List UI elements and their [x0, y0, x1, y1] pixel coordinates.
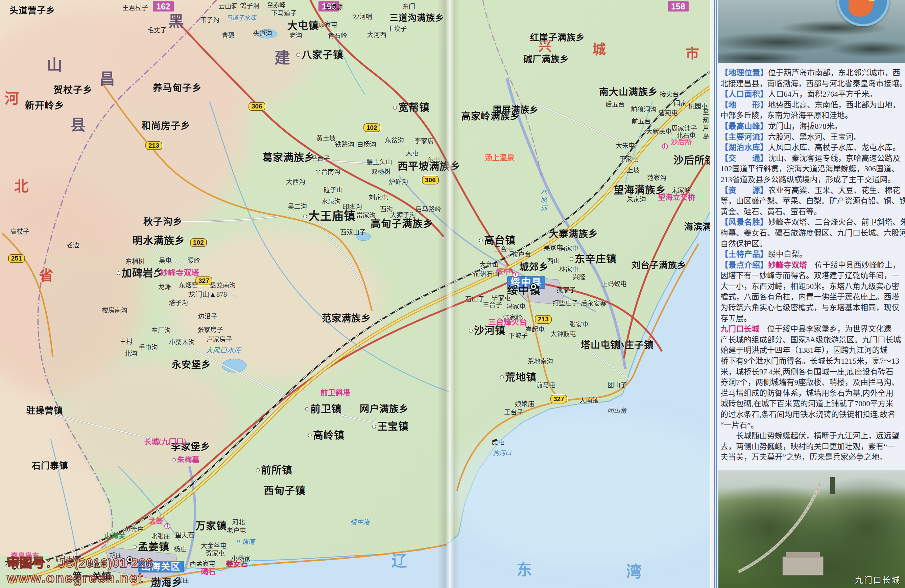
map-label-vil: 后五台: [605, 101, 625, 108]
map-label-poi: 妙峰寺双塔: [160, 269, 199, 277]
great-wall-photo: 九门口长城: [718, 471, 905, 588]
town-marker: [530, 283, 537, 290]
info-line: 自然保护区。: [721, 239, 902, 249]
map-label-townL: 碱厂满族乡: [523, 55, 569, 64]
map-label-vil: 楼房南沟: [102, 307, 127, 314]
map-label-vil: 老户屯: [227, 528, 246, 534]
map-label-vil: 毛丈子: [148, 27, 167, 34]
map-label-water: 绥中港: [350, 519, 370, 526]
map-label-vil: 前五台: [632, 118, 651, 125]
map-label-vil: 三合屯: [494, 246, 513, 253]
info-line: 米，城桥长97.4米,两侧各有围城一座,底座设有砖石: [721, 367, 902, 377]
village-dot-icon: [570, 257, 573, 261]
map-label-vil: 大南铺: [580, 397, 599, 404]
map-label-vil: 前狼洞沟: [631, 106, 657, 113]
map-label-vil: 前矾石山: [474, 271, 499, 277]
info-line: 始建于明洪武十四年（1381年），因跨九江河的城: [721, 345, 902, 356]
town-marker: [662, 143, 668, 149]
map-label-vil: 贺家屯: [206, 550, 225, 557]
map-label-vil: 张安屯: [569, 322, 589, 328]
village-dot-icon: [133, 545, 137, 549]
map-label-vil: 黄金庄: [124, 526, 144, 533]
info-line: 夫当关，万夫莫开”之势，历来是兵家必争之地。: [721, 452, 902, 463]
map-label-townL: 大王庙镇: [308, 210, 356, 222]
town-marker: [513, 272, 519, 278]
map-label-vil: 大台山: [479, 262, 499, 268]
map-label-vil: 后永安寨: [581, 300, 607, 307]
map-label-vil: 双杨树: [371, 169, 391, 175]
map-label-dir: 至赤峰: [267, 2, 285, 8]
map-label-vil: 娘娘庙: [515, 401, 534, 407]
map-label-vil: 荒地南沟: [527, 358, 553, 365]
info-line: 产长城的组成部分、国家3A级旅游景区。九门口长城: [721, 334, 902, 346]
info-line: “一片石”。: [721, 420, 902, 431]
map-label-vil: 大金丝屯: [201, 543, 227, 550]
map-label-stn: 沙后所: [671, 138, 692, 146]
map-approval-number: 审图号：JS(2016)01-226: [7, 556, 153, 570]
map-label-vil: 大钟鼓屯: [550, 331, 576, 338]
map-label-vil: 吴二沟: [288, 203, 307, 210]
map-label-townL: 孟姜镇: [138, 541, 169, 552]
map-label-dir: 至葫芦岛: [702, 109, 708, 141]
map-label-vil: 龙滩: [158, 284, 171, 291]
map-label-vil: 小杨家: [231, 556, 251, 562]
village-dot-icon: [155, 271, 159, 275]
map-label-vil: 望夫石: [175, 532, 194, 539]
map-label-townL: 沙后所镇: [673, 155, 710, 166]
sea-photo: [718, 0, 905, 63]
map-label-vil: 铁路沟: [335, 141, 354, 148]
map-label-vil: 闻家: [674, 100, 687, 107]
map-label-vil: 上坡: [627, 167, 640, 174]
map-label-vil: 接火台: [660, 91, 679, 98]
village-dot-icon: [479, 239, 483, 242]
map-label-vil: 王台子: [504, 409, 523, 416]
info-line: 北接建昌县，南临渤海，西部与河北省秦皇岛市接壤。: [721, 78, 902, 89]
map-label-townL: 八家子镇: [302, 49, 343, 60]
map-label-vil: 西山: [547, 258, 560, 265]
map-label-townL: 宽帮镇: [398, 102, 430, 113]
info-line: 【风景名胜】妙峰寺双塔、三台烽火台、前卫斜塔、朱: [721, 217, 902, 228]
map-label-dir: 至凌源: [324, 4, 343, 11]
map-label-townL: 东辛庄镇: [575, 254, 617, 264]
map-label-stn: 孟姜: [149, 517, 163, 525]
map-label-vil: 王村: [120, 339, 133, 346]
map-label-vil: 后马路岭: [416, 206, 441, 213]
map-label-vil: 兴隆: [573, 274, 586, 281]
map-label-vil: 唐家屯: [559, 245, 578, 252]
map-label-vil: 杨庄: [174, 546, 187, 553]
map-label-reg: 县: [70, 117, 86, 133]
map-label-vil: 东岔沟: [385, 137, 404, 144]
map-label-vil: 苇子沟: [200, 17, 219, 24]
info-line: 【土特产品】绥中白梨。: [721, 249, 902, 260]
map-label-water: 止锚湾: [235, 539, 254, 545]
map-label-vil: 桃园屯: [688, 103, 708, 110]
map-label-vil: 东烟窑: [179, 282, 198, 289]
info-line: 213省道及县乡公路纵横境内，形成了主干交通网。: [721, 174, 902, 185]
map-label-poi: 前卫斜塔: [321, 388, 350, 396]
map-label-vil: 崔起屯: [526, 326, 545, 333]
map-label-reg: 昌: [99, 71, 115, 87]
map-label-townL: 贺杖子乡: [53, 85, 93, 95]
map-label-vil: 王君杖子: [122, 5, 148, 11]
map-label-water: 大风口水库: [206, 347, 241, 354]
info-line: 的过水条石,条石间均用铁水浇铸的铁锭相扣连,故名: [721, 409, 902, 420]
info-line: 【湖泊水库】大风口水库、高杖子水库、龙屯水库。: [721, 142, 902, 153]
map-label-vil: 头道沟: [253, 30, 272, 37]
map-label-vil: 上蚂蚁屯: [601, 281, 627, 288]
map-canvas: 黑建山昌县河北省兴城市辽东湾16216315830630610210221321…: [0, 0, 710, 588]
village-dot-icon: [256, 468, 260, 472]
info-line: 券洞7个，两侧城墙有9座敌楼、哨楼，及由拦马沟、: [721, 377, 902, 388]
map-label-townL: 小庄子镇: [614, 340, 654, 350]
map-label-vil: 黄土坡: [316, 135, 336, 142]
map-label-vil: 河北: [232, 519, 245, 526]
map-label-refbox: 158: [668, 2, 689, 11]
map-label-vil: 大西沟: [286, 179, 305, 185]
map-label-regred: 北: [14, 179, 29, 194]
map-label-townL: 养马甸子乡: [153, 83, 202, 93]
map-label-vil: 青石岭: [328, 32, 347, 39]
map-label-sealab: 辽: [392, 553, 408, 569]
info-line: 因塔下有一妙峰寺而得名。双塔建于辽乾统年间，一: [721, 270, 902, 281]
map-label-townL: 新开岭乡: [25, 101, 64, 111]
map-label-vil: 常家沟: [356, 212, 376, 219]
map-label-townL: 石门寨镇: [32, 461, 68, 471]
